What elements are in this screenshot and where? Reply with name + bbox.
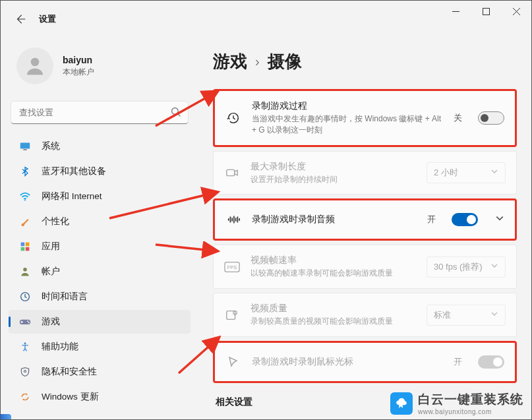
- search-icon: [171, 107, 181, 120]
- video-icon: [224, 165, 240, 180]
- chevron-down-icon[interactable]: [495, 214, 504, 225]
- history-icon: [225, 111, 241, 125]
- sidebar-item-apps[interactable]: 应用: [9, 235, 191, 258]
- setting-sub: 设置开始录制的持续时间: [251, 174, 416, 185]
- clock-icon: [19, 291, 31, 303]
- sidebar-item-update[interactable]: Windows 更新: [9, 385, 191, 409]
- watermark-text: 白云一键重装系统: [418, 391, 523, 408]
- gamepad-icon: [19, 316, 31, 328]
- sidebar-label: 个性化: [42, 216, 69, 227]
- avatar: [16, 47, 53, 84]
- setting-capture-cursor[interactable]: 录制游戏时录制鼠标光标 开: [213, 341, 517, 383]
- accessibility-icon: [19, 341, 31, 353]
- toggle-state-label: 开: [427, 214, 436, 225]
- cursor-icon: [225, 355, 241, 369]
- setting-sub: 当游戏中发生有趣的事情时，按 Windows 徽标键 + Alt + G 以录制…: [252, 113, 443, 136]
- search-input[interactable]: [11, 102, 188, 124]
- sidebar-label: 时间和语言: [42, 291, 88, 303]
- back-button[interactable]: [14, 13, 27, 26]
- select-fps: 30 fps (推荐): [427, 256, 506, 278]
- breadcrumb: 游戏 › 摄像: [213, 50, 517, 73]
- watermark: 白云一键重装系统 www.baiyunxitong.com: [390, 391, 523, 415]
- chevron-right-icon: ›: [255, 54, 260, 69]
- toggle-state-label: 开: [454, 356, 462, 368]
- sidebar-label: 隐私和安全性: [42, 366, 97, 378]
- sidebar-label: 蓝牙和其他设备: [42, 165, 106, 177]
- sidebar-label: 帐户: [42, 266, 60, 278]
- setting-title: 视频质量: [251, 303, 416, 315]
- svg-point-14: [23, 268, 27, 272]
- svg-rect-1: [483, 8, 489, 15]
- setting-fps: FPS 视频帧速率 以较高的帧速率录制可能会影响游戏质量 30 fps (推荐): [213, 245, 517, 289]
- minimize-button[interactable]: [440, 1, 471, 22]
- fps-icon: FPS: [224, 261, 240, 273]
- svg-point-5: [172, 108, 179, 115]
- chevron-down-icon: [490, 167, 498, 177]
- select-value: 标准: [434, 309, 451, 321]
- svg-point-17: [27, 320, 28, 322]
- chevron-down-icon: [490, 310, 498, 320]
- app-title: 设置: [39, 13, 56, 25]
- svg-text:FPS: FPS: [227, 264, 237, 270]
- update-icon: [19, 391, 31, 403]
- setting-sub: 以较高的帧速率录制可能会影响游戏质量: [251, 268, 416, 279]
- sidebar-label: 系统: [42, 140, 60, 152]
- setting-title: 录制游戏时录制音频: [252, 214, 417, 225]
- sidebar: baiyun 本地帐户 系统 蓝牙和其他设备 网络和 Internet 个性化 …: [1, 37, 198, 419]
- close-button[interactable]: [501, 1, 531, 22]
- svg-point-4: [31, 58, 40, 67]
- watermark-logo: [390, 392, 413, 415]
- toggle-state-label: 关: [454, 112, 462, 124]
- person-icon: [19, 266, 31, 278]
- sidebar-item-system[interactable]: 系统: [9, 135, 191, 158]
- setting-record-happened[interactable]: 录制游戏过程 当游戏中发生有趣的事情时，按 Windows 徽标键 + Alt …: [213, 89, 517, 147]
- svg-rect-12: [21, 247, 25, 251]
- sidebar-item-gaming[interactable]: 游戏: [9, 310, 191, 334]
- setting-title: 录制游戏时录制鼠标光标: [252, 356, 443, 368]
- sidebar-item-network[interactable]: 网络和 Internet: [9, 185, 191, 208]
- monitor-icon: [19, 140, 31, 152]
- bluetooth-icon: [19, 165, 31, 177]
- svg-point-9: [24, 199, 26, 200]
- breadcrumb-parent[interactable]: 游戏: [213, 50, 247, 73]
- setting-title: 视频帧速率: [251, 255, 416, 266]
- sidebar-item-time[interactable]: 时间和语言: [9, 285, 191, 309]
- select-value: 30 fps (推荐): [434, 261, 483, 273]
- svg-rect-21: [227, 169, 235, 175]
- svg-point-18: [28, 322, 30, 323]
- brush-icon: [19, 216, 31, 227]
- sidebar-item-personalization[interactable]: 个性化: [9, 210, 191, 233]
- setting-title: 录制游戏过程: [252, 100, 443, 112]
- sidebar-label: Windows 更新: [42, 391, 99, 403]
- profile-block[interactable]: baiyun 本地帐户: [9, 42, 191, 95]
- profile-subtitle: 本地帐户: [63, 67, 94, 78]
- maximize-button[interactable]: [471, 1, 501, 22]
- sidebar-label: 辅助功能: [42, 341, 78, 353]
- titlebar: [1, 1, 531, 27]
- select-max-length: 2 小时: [427, 162, 506, 183]
- sidebar-item-privacy[interactable]: 隐私和安全性: [9, 360, 191, 384]
- svg-rect-13: [26, 247, 30, 251]
- setting-quality: 视频质量 录制较高质量的视频可能会影响游戏质量 标准: [213, 293, 517, 337]
- sidebar-item-bluetooth[interactable]: 蓝牙和其他设备: [9, 160, 191, 183]
- setting-record-audio[interactable]: 录制游戏时录制音频 开: [213, 198, 517, 241]
- toggle-capture-cursor[interactable]: [478, 355, 504, 369]
- svg-rect-11: [26, 243, 30, 247]
- quality-icon: [224, 308, 240, 322]
- toggle-record-happened[interactable]: [478, 111, 504, 125]
- watermark-url: www.baiyunxitong.com: [418, 408, 523, 415]
- sidebar-label: 游戏: [42, 316, 60, 328]
- profile-name: baiyun: [63, 55, 94, 65]
- toggle-record-audio[interactable]: [452, 213, 478, 226]
- wifi-icon: [19, 191, 31, 202]
- chevron-down-icon: [490, 262, 498, 272]
- main-content: 游戏 › 摄像 录制游戏过程 当游戏中发生有趣的事情时，按 Windows 徽标…: [198, 37, 531, 419]
- sidebar-item-accounts[interactable]: 帐户: [9, 260, 191, 284]
- apps-icon: [19, 241, 31, 253]
- sidebar-item-accessibility[interactable]: 辅助功能: [9, 335, 191, 359]
- svg-line-6: [177, 113, 180, 116]
- svg-rect-7: [20, 143, 30, 149]
- svg-rect-24: [227, 311, 235, 319]
- setting-title: 最大录制长度: [251, 161, 416, 173]
- svg-point-19: [24, 342, 26, 344]
